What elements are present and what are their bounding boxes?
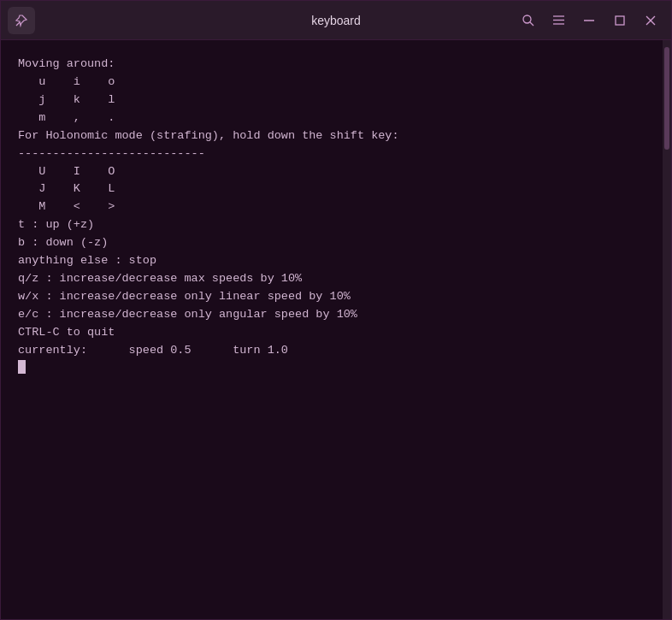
minimize-button[interactable] (575, 7, 603, 34)
titlebar-controls (514, 7, 664, 34)
search-button[interactable] (514, 7, 541, 34)
terminal-line-8: U I O (18, 163, 645, 181)
svg-rect-7 (616, 16, 624, 25)
maximize-button[interactable] (606, 7, 634, 34)
terminal-line-1: Moving around: (18, 56, 645, 74)
terminal-line-7: --------------------------- (18, 145, 645, 163)
svg-line-2 (530, 22, 533, 26)
window: keyboard (0, 0, 672, 620)
svg-point-1 (523, 15, 531, 23)
terminal-line-19: e/c : increase/decrease only angular spe… (18, 306, 645, 324)
svg-line-0 (16, 22, 20, 26)
terminal-cursor (18, 360, 26, 374)
content-area: Moving around: u i o j k l m , . For Hol… (1, 40, 671, 619)
terminal-line-15: anything else : stop (18, 252, 645, 270)
scrollbar[interactable] (663, 40, 671, 619)
terminal-line-2: u i o (18, 74, 645, 92)
close-button[interactable] (637, 7, 664, 34)
terminal-line-9: J K L (18, 180, 645, 198)
terminal-line-13: b : down (-z) (18, 234, 645, 252)
pin-button[interactable] (8, 7, 35, 34)
terminal-line-4: m , . (18, 109, 645, 127)
terminal-line-6: For Holonomic mode (strafing), hold down… (18, 127, 645, 145)
terminal-line-12: t : up (+z) (18, 216, 645, 234)
terminal[interactable]: Moving around: u i o j k l m , . For Hol… (1, 40, 663, 619)
terminal-line-3: j k l (18, 92, 645, 109)
terminal-line-23: currently: speed 0.5 turn 1.0 (18, 342, 645, 360)
titlebar: keyboard (1, 1, 671, 40)
menu-button[interactable] (545, 7, 572, 34)
terminal-line-21: CTRL-C to quit (18, 324, 645, 342)
cursor-line (18, 360, 645, 374)
scrollbar-thumb[interactable] (664, 47, 669, 150)
terminal-line-17: q/z : increase/decrease max speeds by 10… (18, 270, 645, 288)
terminal-line-10: M < > (18, 198, 645, 216)
terminal-line-18: w/x : increase/decrease only linear spee… (18, 288, 645, 306)
window-title: keyboard (311, 14, 361, 27)
titlebar-left (8, 7, 35, 34)
